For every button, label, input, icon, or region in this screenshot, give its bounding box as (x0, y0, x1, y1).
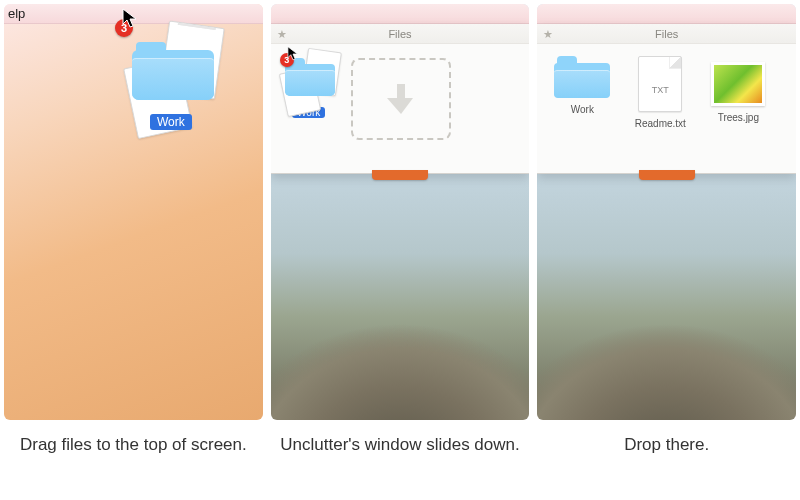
menu-bar (537, 4, 796, 24)
image-file-icon (711, 62, 765, 106)
step-panel-2: ★ Files 3 Work (271, 4, 530, 420)
menu-fragment-help: elp (8, 6, 25, 21)
step-panel-1: elp Work 3 (4, 4, 263, 420)
file-label: Work (547, 104, 617, 115)
captions-row: Drag files to the top of screen. Unclutt… (0, 420, 800, 457)
drop-target[interactable] (351, 58, 451, 140)
folder-icon (132, 40, 214, 100)
arrow-down-icon (386, 82, 416, 116)
dragged-file-stack[interactable]: 3 Work (281, 52, 337, 120)
file-item-folder[interactable]: Work (547, 56, 617, 115)
text-file-icon (638, 56, 682, 112)
unclutter-window: ★ Files 3 Work (271, 24, 530, 174)
dragged-item-label: Work (150, 114, 192, 130)
menu-bar (271, 4, 530, 24)
file-item-txt[interactable]: Readme.txt (625, 56, 695, 129)
unclutter-window: ★ Files Work Readme.txt Trees.jpg (537, 24, 796, 174)
panel-handle (639, 170, 695, 180)
file-label: Readme.txt (625, 118, 695, 129)
panel-handle (372, 170, 428, 180)
window-title: Files (655, 28, 678, 40)
window-title: Files (388, 28, 411, 40)
folder-icon (554, 56, 610, 98)
caption-1: Drag files to the top of screen. (4, 434, 263, 457)
caption-2: Unclutter's window slides down. (271, 434, 530, 457)
window-header: ★ Files (537, 24, 796, 44)
caption-3: Drop there. (537, 434, 796, 457)
star-icon[interactable]: ★ (277, 24, 287, 44)
file-label: Trees.jpg (703, 112, 773, 123)
window-header: ★ Files (271, 24, 530, 44)
file-item-image[interactable]: Trees.jpg (703, 56, 773, 123)
star-icon[interactable]: ★ (543, 24, 553, 44)
step-panel-3: ★ Files Work Readme.txt Trees.jpg (537, 4, 796, 420)
